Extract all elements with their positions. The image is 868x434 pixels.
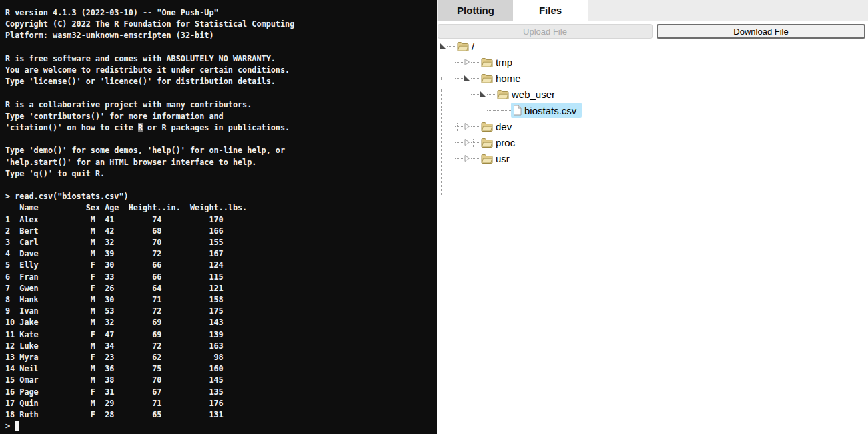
terminal-line: Type 'contributors()' for more informati… <box>5 111 437 122</box>
r-console[interactable]: R version 4.1.3 (2022-03-10) -- "One Pus… <box>0 0 437 434</box>
tree-node[interactable]: tmp <box>479 55 518 69</box>
file-icon <box>513 105 522 116</box>
tree-node[interactable]: / <box>455 39 480 53</box>
folder-icon <box>481 122 493 132</box>
tree-connector <box>455 158 463 159</box>
tree-connector <box>471 158 479 159</box>
tree-connector <box>471 78 479 79</box>
tree-connector <box>455 62 463 63</box>
tree-item-proc[interactable]: proc <box>437 134 868 150</box>
tree-item-label: home <box>496 73 521 84</box>
tree-connector <box>471 62 479 63</box>
tree-connector <box>473 139 474 148</box>
download-file-button[interactable]: Download File <box>657 24 865 39</box>
terminal-line: Name Sex Age Height..in. Weight..lbs. <box>5 202 437 214</box>
tree-node[interactable]: web_user <box>495 87 560 101</box>
table-row: 8 Hank M 30 71 158 <box>5 294 437 306</box>
tree-item-label: dev <box>496 121 512 132</box>
tree-item-usr[interactable]: usr <box>437 150 868 166</box>
highlighted-char: R <box>138 123 143 132</box>
table-row: 12 Luke M 34 72 163 <box>5 341 437 352</box>
tree-rows: /tmphomeweb_userbiostats.csvdevprocusr <box>437 38 868 166</box>
tree-item-label: proc <box>496 137 515 148</box>
expand-arrow-icon[interactable] <box>463 138 471 146</box>
tree-connector <box>457 123 458 132</box>
table-row: 3 Carl M 32 70 155 <box>5 237 437 248</box>
terminal-line: R is free software and comes with ABSOLU… <box>5 53 437 65</box>
tree-node[interactable]: dev <box>479 119 517 134</box>
terminal-line: > <box>5 421 437 432</box>
tree-connector <box>441 89 442 196</box>
collapse-arrow-icon[interactable] <box>463 74 471 82</box>
tree-connector <box>487 110 495 111</box>
tree-item-label: web_user <box>512 89 555 100</box>
table-row: 11 Kate F 47 69 139 <box>5 329 437 341</box>
table-row: 15 Omar M 38 70 145 <box>5 375 437 386</box>
terminal-line <box>5 180 437 191</box>
tree-item-dev[interactable]: dev <box>437 118 868 134</box>
tree-connector <box>455 78 463 79</box>
webr-app: R version 4.1.3 (2022-03-10) -- "One Pus… <box>0 0 868 434</box>
terminal-output: R version 4.1.3 (2022-03-10) -- "One Pus… <box>5 7 437 432</box>
terminal-text: 'citation()' on how to cite <box>5 123 138 132</box>
tree-item-[interactable]: / <box>437 38 868 54</box>
terminal-cursor <box>15 421 19 431</box>
folder-icon <box>481 73 493 83</box>
tree-connector <box>471 126 479 127</box>
tree-connector <box>441 77 442 81</box>
terminal-line: 'help.start()' for an HTML browser inter… <box>5 157 437 168</box>
tree-node[interactable]: proc <box>479 135 520 150</box>
table-row: 16 Page F 31 67 135 <box>5 387 437 398</box>
tree-item-label: usr <box>496 153 510 164</box>
upload-file-button[interactable]: Upload File <box>438 24 653 39</box>
terminal-line <box>5 87 437 99</box>
tree-item-label: tmp <box>496 57 512 68</box>
tree-connector <box>471 142 479 143</box>
table-row: 13 Myra F 23 62 98 <box>5 352 437 363</box>
tree-connector <box>487 94 495 95</box>
folder-icon <box>457 41 469 51</box>
tree-connector <box>503 110 511 111</box>
tree-item-tmp[interactable]: tmp <box>437 54 868 70</box>
table-row: 14 Neil M 36 75 160 <box>5 363 437 375</box>
tree-item-biostats-csv[interactable]: biostats.csv <box>437 102 868 118</box>
table-row: 4 Dave M 39 72 167 <box>5 248 437 260</box>
tab-bar: PlottingFiles <box>437 0 868 21</box>
tree-node[interactable]: usr <box>479 151 515 166</box>
folder-icon <box>481 154 493 164</box>
collapse-arrow-icon[interactable] <box>479 90 487 98</box>
terminal-line: You are welcome to redistribute it under… <box>5 65 437 76</box>
terminal-line: R version 4.1.3 (2022-03-10) -- "One Pus… <box>5 7 437 19</box>
expand-arrow-icon[interactable] <box>463 154 471 162</box>
folder-icon <box>481 57 493 67</box>
terminal-line <box>5 42 437 53</box>
terminal-line <box>5 134 437 145</box>
expand-arrow-icon[interactable] <box>463 122 471 130</box>
table-row: 5 Elly F 30 66 124 <box>5 260 437 271</box>
tree-connector <box>455 142 463 143</box>
expand-arrow-icon[interactable] <box>463 58 471 66</box>
tree-node[interactable]: home <box>479 71 526 85</box>
tree-item-label: biostats.csv <box>524 105 576 116</box>
tab-files[interactable]: Files <box>513 0 588 21</box>
table-row: 7 Gwen F 26 64 121 <box>5 283 437 294</box>
prompt: > <box>5 421 15 431</box>
terminal-line: 'citation()' on how to cite R or R packa… <box>5 122 437 134</box>
table-row: 10 Jake M 32 69 143 <box>5 317 437 329</box>
terminal-line: Type 'license()' or 'licence()' for dist… <box>5 76 437 87</box>
tree-item-label: / <box>472 41 474 52</box>
collapse-arrow-icon[interactable] <box>439 42 447 50</box>
terminal-line: R is a collaborative project with many c… <box>5 99 437 111</box>
tree-connector <box>471 94 479 95</box>
table-row: 1 Alex M 41 74 170 <box>5 214 437 226</box>
table-row: 9 Ivan M 53 72 175 <box>5 306 437 317</box>
selected-tree-node[interactable]: biostats.csv <box>511 103 582 118</box>
tab-plotting[interactable]: Plotting <box>438 0 513 21</box>
terminal-line: Copyright (C) 2022 The R Foundation for … <box>5 19 437 30</box>
folder-icon <box>497 89 509 99</box>
terminal-line: Platform: wasm32-unknown-emscripten (32-… <box>5 30 437 41</box>
tree-item-home[interactable]: home <box>437 70 868 86</box>
files-panel: PlottingFiles Upload File Download File … <box>437 0 868 434</box>
terminal-text: or R packages in publications. <box>143 123 290 132</box>
tree-item-web-user[interactable]: web_user <box>437 86 868 102</box>
